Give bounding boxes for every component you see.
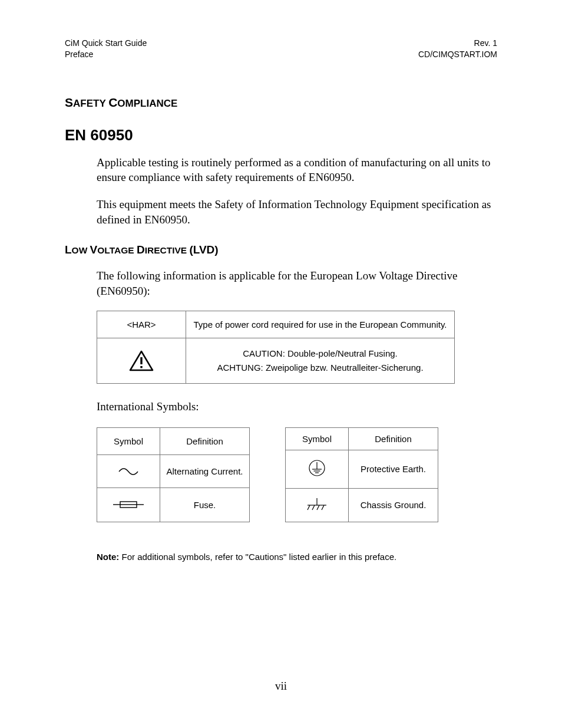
table-header-row: Symbol Definition xyxy=(97,427,250,454)
caution-en: CAUTION: Double-pole/Neutral Fusing. xyxy=(243,348,398,358)
header-right: Rev. 1 CD/CIMQSTART.IOM xyxy=(418,38,497,60)
doc-section: Preface xyxy=(65,50,93,59)
symbol-table-left: Symbol Definition Alternating Current. xyxy=(97,427,250,522)
lvd-heading: LOW VOLTAGE DIRECTIVE (LVD) xyxy=(65,243,497,256)
symbol-tables: Symbol Definition Alternating Current. xyxy=(97,427,497,522)
note-text: For additional symbols, refer to "Cautio… xyxy=(119,552,396,562)
chassis-ground-icon xyxy=(286,488,349,522)
lvd-intro: The following information is applicable … xyxy=(65,268,497,298)
fuse-icon xyxy=(97,488,160,522)
table-row: CAUTION: Double-pole/Neutral Fusing. ACH… xyxy=(97,338,455,383)
ac-icon xyxy=(97,455,160,488)
paragraph-2: This equipment meets the Safety of Infor… xyxy=(65,197,497,227)
lvd-table: <HAR> Type of power cord required for us… xyxy=(97,311,455,384)
page-number: vii xyxy=(0,680,562,693)
col-symbol: Symbol xyxy=(286,427,349,450)
symbol-table-right: Symbol Definition Protective Earth. xyxy=(285,427,438,522)
svg-line-14 xyxy=(312,505,315,510)
section-heading: SAFETY COMPLIANCE xyxy=(65,95,497,110)
har-text: Type of power cord required for use in t… xyxy=(186,311,455,338)
en-heading: EN 60950 xyxy=(65,126,497,144)
caution-text: CAUTION: Double-pole/Neutral Fusing. ACH… xyxy=(186,338,455,383)
page-header: CiM Quick Start Guide Preface Rev. 1 CD/… xyxy=(65,38,497,60)
table-row: Chassis Ground. xyxy=(286,488,438,522)
fuse-definition: Fuse. xyxy=(160,488,250,522)
intl-symbols-label: International Symbols: xyxy=(65,400,497,413)
svg-line-16 xyxy=(322,505,324,510)
doc-title: CiM Quick Start Guide xyxy=(65,38,147,48)
col-symbol: Symbol xyxy=(97,427,160,454)
table-row: <HAR> Type of power cord required for us… xyxy=(97,311,455,338)
protective-earth-icon xyxy=(286,450,349,488)
paragraph-1: Applicable testing is routinely performe… xyxy=(65,155,497,185)
table-row: Alternating Current. xyxy=(97,455,250,488)
ac-definition: Alternating Current. xyxy=(160,455,250,488)
table-row: Protective Earth. xyxy=(286,450,438,488)
table-header-row: Symbol Definition xyxy=(286,427,438,450)
caution-icon xyxy=(97,338,186,383)
har-symbol: <HAR> xyxy=(97,311,186,338)
svg-line-15 xyxy=(317,505,319,510)
svg-rect-1 xyxy=(140,366,142,368)
col-definition: Definition xyxy=(160,427,250,454)
note-label: Note: xyxy=(97,552,119,562)
doc-code: CD/CIMQSTART.IOM xyxy=(418,50,497,59)
doc-rev: Rev. 1 xyxy=(474,38,497,48)
table-row: Fuse. xyxy=(97,488,250,522)
note: Note: For additional symbols, refer to "… xyxy=(65,552,497,562)
svg-line-13 xyxy=(308,505,310,510)
header-left: CiM Quick Start Guide Preface xyxy=(65,38,147,60)
caution-de: ACHTUNG: Zweipolige bzw. Neutralleiter-S… xyxy=(217,363,423,373)
page: CiM Quick Start Guide Preface Rev. 1 CD/… xyxy=(0,0,562,562)
col-definition: Definition xyxy=(349,427,438,450)
svg-rect-0 xyxy=(140,357,142,364)
protective-earth-definition: Protective Earth. xyxy=(349,450,438,488)
chassis-ground-definition: Chassis Ground. xyxy=(349,488,438,522)
